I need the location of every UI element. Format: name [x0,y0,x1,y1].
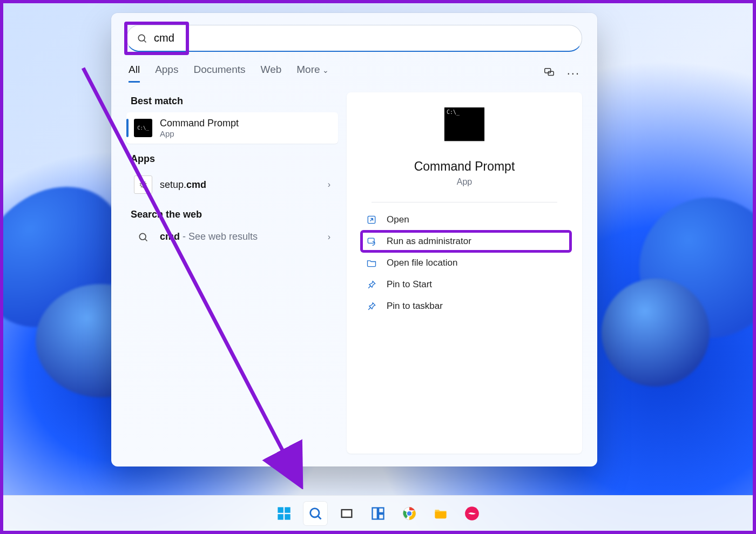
svg-rect-9 [278,507,284,513]
pin-icon [366,279,377,290]
svg-line-5 [145,239,147,241]
command-prompt-icon: C:\_ [444,107,484,141]
result-setup-cmd[interactable]: ⚙ setup.cmd › [126,170,338,199]
chevron-right-icon: › [328,232,330,242]
chevron-down-icon: ⌄ [322,66,329,75]
svg-rect-19 [379,514,383,519]
svg-rect-18 [379,508,383,512]
taskbar-chrome-button[interactable] [397,502,421,525]
result-command-prompt[interactable]: C:\_ Command Prompt App [126,112,338,144]
svg-point-0 [138,35,145,41]
task-view-icon [339,506,354,521]
section-apps: Apps [131,153,338,165]
chevron-right-icon: › [328,180,330,190]
tab-more[interactable]: More⌄ [296,64,328,83]
search-icon [137,33,147,44]
svg-point-13 [310,508,319,517]
command-prompt-icon: C:\_ [134,119,152,137]
action-pin-to-start[interactable]: Pin to Start [362,275,570,294]
svg-rect-17 [373,508,377,519]
result-title: Command Prompt [160,118,239,129]
start-search-panel: All Apps Documents Web More⌄ ··· Best ma… [111,13,597,467]
preview-subtitle: App [457,177,472,187]
taskbar-search-button[interactable] [303,502,327,525]
result-title: cmd - See web results [160,231,258,242]
svg-rect-11 [278,514,284,520]
taskbar [3,495,753,531]
taskbar-app-button[interactable] [460,502,484,525]
file-icon: ⚙ [134,175,152,194]
result-subtitle: App [160,129,239,138]
section-best-match: Best match [131,96,338,107]
tab-documents[interactable]: Documents [193,64,245,83]
svg-rect-7 [368,238,374,243]
result-web-cmd[interactable]: cmd - See web results › [126,226,338,248]
tab-all[interactable]: All [129,64,140,83]
svg-rect-10 [285,507,291,513]
windows-logo-icon [276,506,292,521]
search-icon [138,232,148,242]
results-column: Best match C:\_ Command Prompt App Apps … [126,92,338,454]
feedback-icon[interactable] [543,66,555,80]
tab-web[interactable]: Web [261,64,282,83]
divider [372,202,558,202]
action-pin-to-taskbar[interactable]: Pin to taskbar [362,296,570,316]
app-icon [464,506,480,521]
chrome-icon [402,506,417,521]
taskbar-task-view-button[interactable] [335,502,359,525]
svg-rect-12 [285,514,291,520]
preview-pane: C:\_ Command Prompt App Open Run as admi… [347,92,582,454]
taskbar-widgets-button[interactable] [366,502,390,525]
preview-title: Command Prompt [414,159,515,174]
taskbar-start-button[interactable] [272,502,296,525]
section-search-web: Search the web [131,209,338,220]
search-input[interactable] [154,32,572,44]
search-box[interactable] [126,25,582,52]
widgets-icon [370,506,386,521]
action-open-file-location[interactable]: Open file location [362,253,570,273]
action-run-as-administrator[interactable]: Run as administrator [362,232,570,251]
folder-icon [366,258,377,268]
taskbar-file-explorer-button[interactable] [429,502,453,525]
tab-apps[interactable]: Apps [155,64,178,83]
open-icon [366,214,377,225]
svg-line-1 [144,40,146,42]
pin-icon [366,301,377,312]
svg-line-14 [318,516,321,519]
more-options-icon[interactable]: ··· [567,66,580,80]
result-title: setup.cmd [160,179,206,191]
search-icon [308,506,323,521]
svg-point-4 [139,233,146,240]
folder-icon [433,506,448,521]
svg-rect-2 [544,68,550,72]
shield-admin-icon [366,236,377,247]
svg-rect-16 [342,510,351,517]
action-open[interactable]: Open [362,210,570,229]
